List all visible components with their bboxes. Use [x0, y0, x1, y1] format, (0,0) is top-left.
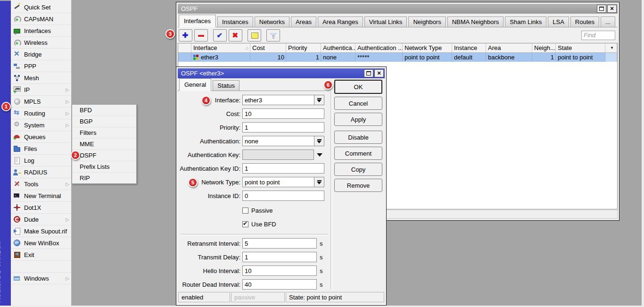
submenu-item-bfd[interactable]: BFD: [72, 105, 136, 116]
cell-1[interactable]: 1: [286, 53, 321, 62]
transmit-delay-input[interactable]: [242, 252, 317, 262]
interface-input[interactable]: [242, 95, 314, 105]
sidebar-item-mesh[interactable]: Mesh: [11, 72, 71, 84]
ospf-window-titlebar[interactable]: OSPF ✕: [178, 4, 618, 14]
sidebar-item-exit[interactable]: Exit: [11, 249, 71, 261]
sidebar-item-windows[interactable]: Windows▷: [11, 273, 71, 284]
ok-button[interactable]: OK: [334, 80, 382, 94]
sidebar-item-quick-set[interactable]: Quick Set: [11, 1, 71, 13]
authentication-dropdown-button[interactable]: [314, 136, 324, 146]
remove-button[interactable]: [194, 29, 208, 41]
priority-input[interactable]: [242, 122, 324, 133]
sidebar-item-system[interactable]: System▷: [11, 119, 71, 131]
column-header-network-type[interactable]: Network Type: [403, 43, 452, 53]
cell-point-to-point[interactable]: point to point: [556, 53, 605, 62]
sidebar-item-queues[interactable]: Queues: [11, 131, 71, 143]
sidebar-item-new-winbox[interactable]: New WinBox: [11, 237, 71, 249]
submenu-item-prefix-lists[interactable]: Prefix Lists: [72, 161, 136, 173]
cell-blank[interactable]: [178, 53, 191, 62]
tab-interfaces[interactable]: Interfaces: [179, 15, 216, 27]
cell-point-to-point[interactable]: point to point: [403, 53, 452, 62]
find-input[interactable]: [581, 31, 615, 40]
sidebar-item-files[interactable]: Files: [11, 143, 71, 155]
dialog-close-button[interactable]: ✕: [374, 69, 384, 77]
dialog-tab-general[interactable]: General: [179, 78, 211, 91]
submenu-item-filters[interactable]: Filters: [72, 127, 136, 139]
sidebar-item-ppp[interactable]: PPP: [11, 60, 71, 72]
dialog-tab-status[interactable]: Status: [213, 80, 239, 91]
sidebar-item-tools[interactable]: Tools▷: [11, 178, 71, 190]
sidebar-item-mpls[interactable]: MPLS▷: [11, 96, 71, 108]
remove-button[interactable]: Remove: [334, 179, 382, 192]
authentication-input[interactable]: [242, 136, 314, 146]
column-header-area[interactable]: Area: [486, 43, 532, 53]
copy-button[interactable]: Copy: [334, 163, 382, 176]
filter-button[interactable]: [266, 29, 280, 41]
network-type-dropdown-button[interactable]: [314, 177, 324, 187]
sidebar-item-radius[interactable]: RADIUS: [11, 166, 71, 178]
cell-none[interactable]: none: [321, 53, 355, 62]
tab-instances[interactable]: Instances: [217, 17, 253, 27]
column-header-interface[interactable]: Interface△: [191, 43, 250, 53]
authentication-key-id-input[interactable]: [242, 163, 324, 174]
tab-lsa[interactable]: LSA: [548, 17, 569, 27]
submenu-item-rip[interactable]: RIP: [72, 173, 136, 183]
cost-input[interactable]: [242, 108, 324, 119]
tab-networks[interactable]: Networks: [255, 17, 289, 27]
sidebar-item-log[interactable]: Log: [11, 155, 71, 166]
hello-interval-input[interactable]: [242, 266, 317, 276]
table-row[interactable]: ether3101none*****point to pointdefaultb…: [178, 53, 617, 62]
sidebar-item-dude[interactable]: Dude▷: [11, 214, 71, 225]
sidebar-item-dot1x[interactable]: Dot1X: [11, 202, 71, 214]
add-button[interactable]: [179, 29, 192, 41]
cell-1[interactable]: 1: [532, 53, 556, 62]
sidebar-item-ip[interactable]: IP▷: [11, 84, 71, 96]
submenu-item-bgp[interactable]: BGP: [72, 116, 136, 127]
cell-blank[interactable]: *****: [355, 53, 403, 62]
tab-sham-links[interactable]: Sham Links: [505, 17, 546, 27]
cell-blank[interactable]: [605, 53, 617, 62]
sidebar-item-make-supout-rif[interactable]: Make Supout.rif: [11, 225, 71, 237]
cell-default[interactable]: default: [452, 53, 486, 62]
column-header-neigh[interactable]: Neigh...: [532, 43, 556, 53]
tab-virtual-links[interactable]: Virtual Links: [364, 17, 407, 27]
comment-button[interactable]: Comment: [334, 147, 382, 160]
maximize-button[interactable]: [597, 5, 606, 13]
sidebar-item-bridge[interactable]: Bridge: [11, 49, 71, 60]
dialog-maximize-button[interactable]: [364, 69, 373, 77]
tab-nbma-neighbors[interactable]: NBMA Neighbors: [447, 17, 504, 27]
use-bfd-checkbox[interactable]: [242, 221, 248, 227]
column-header-cost[interactable]: Cost: [250, 43, 286, 53]
apply-button[interactable]: Apply: [334, 113, 382, 126]
dropdown-icon[interactable]: [317, 153, 322, 157]
close-button[interactable]: ✕: [607, 5, 617, 13]
sidebar-item-capsman[interactable]: CAPsMAN: [11, 13, 71, 25]
enable-button[interactable]: [213, 29, 227, 41]
column-header-priority[interactable]: Priority: [286, 43, 321, 53]
column-header-authentica[interactable]: Authentica...: [321, 43, 355, 53]
column-header-authentication[interactable]: Authentication ...: [355, 43, 403, 53]
tab-area-ranges[interactable]: Area Ranges: [318, 17, 363, 27]
sidebar-item-interfaces[interactable]: Interfaces: [11, 25, 71, 37]
sidebar-item-routing[interactable]: Routing▷: [11, 108, 71, 119]
comment-button[interactable]: [248, 29, 261, 41]
cell-ether3[interactable]: ether3: [191, 53, 250, 62]
router-dead-interval-input[interactable]: [242, 279, 317, 290]
cell-backbone[interactable]: backbone: [486, 53, 532, 62]
column-header-blank[interactable]: ▼: [605, 43, 617, 53]
interface-dropdown-button[interactable]: [314, 95, 324, 105]
column-header-instance[interactable]: Instance: [452, 43, 486, 53]
passive-checkbox[interactable]: [242, 207, 248, 214]
disable-button[interactable]: [229, 29, 242, 41]
cancel-button[interactable]: Cancel: [334, 97, 382, 110]
instance-id-input[interactable]: [242, 191, 324, 201]
tab-areas[interactable]: Areas: [291, 17, 316, 27]
network-type-input[interactable]: [242, 177, 314, 187]
tab-blank[interactable]: ...: [601, 17, 615, 27]
column-header-blank[interactable]: [178, 43, 191, 53]
sidebar-item-wireless[interactable]: Wireless: [11, 37, 71, 49]
column-menu-icon[interactable]: ▼: [610, 46, 614, 50]
sidebar-item-new-terminal[interactable]: New Terminal: [11, 190, 71, 202]
retransmit-interval-input[interactable]: [242, 238, 317, 249]
submenu-item-ospf[interactable]: OSPF: [72, 150, 136, 161]
